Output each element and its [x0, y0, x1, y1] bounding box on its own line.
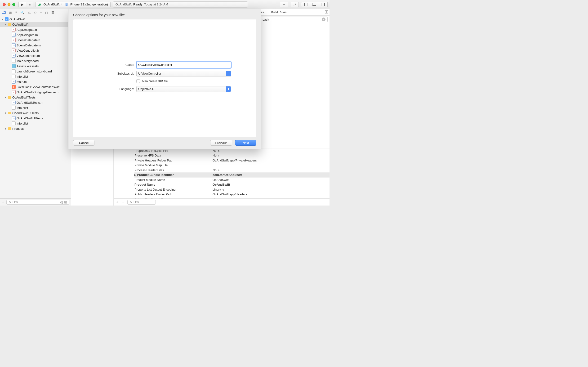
tab-build-rules[interactable]: Build Rules	[271, 10, 287, 14]
tree-group-app[interactable]: ▼ OcAndSwift	[0, 22, 71, 27]
build-setting-row[interactable]: Product NameOcAndSwift	[134, 182, 330, 187]
tree-file[interactable]: hAppDelegate.h	[0, 27, 71, 32]
navigator-filter-input[interactable]: ⊙ Filter ◷ ⊞	[6, 200, 69, 205]
add-target-button[interactable]: ＋	[116, 200, 119, 204]
tree-file[interactable]: Info.plist	[0, 105, 71, 110]
build-setting-row[interactable]: Product Module NameOcAndSwift	[134, 178, 330, 183]
tree-group-products[interactable]: ▶ Products	[0, 126, 71, 131]
tree-label: Info.plist	[17, 106, 28, 110]
file-icon: m	[12, 43, 16, 47]
tree-label: Main.storyboard	[17, 59, 39, 63]
tree-file[interactable]: mAppDelegate.m	[0, 32, 71, 37]
tree-label: AppDelegate.m	[17, 33, 38, 37]
subclass-combobox[interactable]: UIViewController ⌄	[136, 71, 231, 76]
tree-project-root[interactable]: ▼ A OcAndSwift	[0, 17, 71, 22]
scheme-device-name: iPhone SE (2nd generation)	[70, 3, 108, 6]
tree-group-uitests[interactable]: ▼ OcAndSwiftUITests	[0, 110, 71, 116]
tree-group-tests[interactable]: ▼ OcAndSwiftTests	[0, 95, 71, 100]
build-setting-row[interactable]: ▸ Product Bundle Identifiercom.tar.OcAnd…	[134, 173, 330, 178]
toggle-inspector-button[interactable]	[319, 2, 328, 7]
disclosure-triangle-icon[interactable]: ▼	[4, 96, 7, 99]
stop-button[interactable]: ■	[26, 2, 33, 7]
tree-file[interactable]: SSwiftClass1ViewController.swift	[0, 84, 71, 90]
sheet-body: Class: Subclass of: UIViewController ⌄ A…	[73, 19, 256, 137]
symbol-nav-tab[interactable]: ⌗	[15, 10, 17, 15]
sheet-button-bar: Cancel Previous Next	[73, 137, 256, 146]
tree-label: ViewController.h	[17, 49, 39, 52]
source-control-nav-tab[interactable]: ⊞	[9, 11, 12, 15]
add-button[interactable]: ＋	[280, 2, 288, 7]
language-popup[interactable]: Objective-C ▴▾	[136, 86, 231, 92]
tree-file[interactable]: hViewController.h	[0, 48, 71, 53]
recent-filter-icon[interactable]: ◷	[60, 200, 63, 204]
library-button[interactable]	[325, 10, 328, 14]
tree-file[interactable]: hSceneDelegate.h	[0, 37, 71, 43]
project-nav-tab[interactable]	[2, 10, 6, 15]
search-value: pack	[263, 18, 269, 21]
tree-label: OcAndSwift-Bridging-Header.h	[17, 91, 58, 94]
project-tree[interactable]: ▼ A OcAndSwift ▼ OcAndSwift hAppDelegate…	[0, 16, 71, 198]
build-setting-row[interactable]: Private Module Map File	[134, 163, 330, 168]
tree-file[interactable]: hOcAndSwift-Bridging-Header.h	[0, 90, 71, 95]
setting-key: Public Headers Folder Path	[134, 192, 213, 196]
build-setting-row[interactable]: Private Headers Folder PathOcAndSwift.ap…	[134, 158, 330, 163]
tree-file[interactable]: mViewController.m	[0, 53, 71, 58]
zoom-window-button[interactable]	[12, 3, 15, 6]
sheet-title: Choose options for your new file:	[73, 13, 256, 17]
filter-placeholder: Filter	[12, 200, 18, 204]
code-review-button[interactable]: ⇄	[291, 2, 299, 7]
build-setting-row[interactable]: Public Headers Folder PathOcAndSwift.app…	[134, 192, 330, 197]
disclosure-triangle-icon[interactable]: ▶	[4, 127, 7, 130]
disclosure-triangle-icon[interactable]: ▼	[1, 18, 4, 21]
tree-label: OcAndSwiftTests	[12, 96, 35, 99]
navigator-bottom-bar: ＋ ⊙ Filter ◷ ⊞	[0, 198, 71, 206]
toggle-debug-button[interactable]	[310, 2, 319, 7]
navigator-panel: ⊞ ⌗ 🔍 ⚠ ◇ ≡ ◻ ☰ ▼ A OcAndSwift ▼ OcAndSw…	[0, 9, 71, 206]
tree-file[interactable]: Main.storyboard	[0, 58, 71, 63]
scheme-selector[interactable]: OcAndSwift 〉 iPhone SE (2nd generation)	[35, 2, 110, 7]
cancel-button[interactable]: Cancel	[73, 140, 94, 146]
scm-filter-icon[interactable]: ⊞	[64, 200, 67, 204]
test-nav-tab[interactable]: ◇	[34, 11, 37, 15]
tree-file[interactable]: mSceneDelegate.m	[0, 43, 71, 48]
xib-row: Also create XIB file	[99, 79, 231, 83]
tree-file[interactable]: Info.plist	[0, 74, 71, 79]
new-file-form: Class: Subclass of: UIViewController ⌄ A…	[99, 62, 231, 95]
remove-target-button[interactable]: －	[121, 200, 125, 204]
file-icon	[12, 64, 16, 68]
clear-search-button[interactable]: ✕	[322, 17, 325, 21]
filter-placeholder: Filter	[133, 200, 139, 204]
setting-value: No ⇅	[213, 149, 219, 152]
build-setting-row[interactable]: Process Header FilesNo ⇅	[134, 168, 330, 173]
class-name-input[interactable]	[136, 62, 231, 68]
find-nav-tab[interactable]: 🔍	[20, 11, 24, 15]
add-file-button[interactable]: ＋	[1, 200, 5, 204]
issue-nav-tab[interactable]: ⚠	[28, 11, 31, 15]
file-icon: m	[12, 54, 16, 58]
breakpoint-nav-tab[interactable]: ◻	[45, 11, 48, 15]
tree-file[interactable]: mmain.m	[0, 79, 71, 84]
class-label: Class:	[99, 63, 134, 67]
tree-file[interactable]: Info.plist	[0, 121, 71, 126]
editor-bottom-bar: ＋ － ⊙ Filter	[114, 198, 330, 206]
previous-button[interactable]: Previous	[210, 140, 232, 146]
create-xib-checkbox[interactable]	[136, 79, 140, 83]
toggle-navigator-button[interactable]	[301, 2, 310, 7]
minimize-window-button[interactable]	[8, 3, 10, 6]
build-setting-row[interactable]: Preserve HFS DataNo ⇅	[134, 153, 330, 158]
run-button[interactable]: ▶	[18, 2, 26, 7]
close-window-button[interactable]	[3, 3, 6, 6]
build-setting-row[interactable]: Property List Output Encodingbinary ⇅	[134, 187, 330, 192]
debug-nav-tab[interactable]: ≡	[40, 11, 42, 15]
report-nav-tab[interactable]: ☰	[51, 11, 54, 15]
targets-filter-input[interactable]: ⊙ Filter	[127, 200, 156, 205]
settings-search-input[interactable]: pack ✕	[260, 17, 328, 22]
tree-file[interactable]: Assets.xcassets	[0, 63, 71, 69]
tree-file[interactable]: mOcAndSwiftUITests.m	[0, 116, 71, 121]
disclosure-triangle-icon[interactable]: ▼	[4, 23, 7, 26]
tree-file[interactable]: LaunchScreen.storyboard	[0, 69, 71, 74]
next-button[interactable]: Next	[235, 140, 256, 146]
language-row: Language: Objective-C ▴▾	[99, 86, 231, 92]
tree-file[interactable]: mOcAndSwiftTests.m	[0, 100, 71, 105]
disclosure-triangle-icon[interactable]: ▼	[4, 112, 7, 114]
